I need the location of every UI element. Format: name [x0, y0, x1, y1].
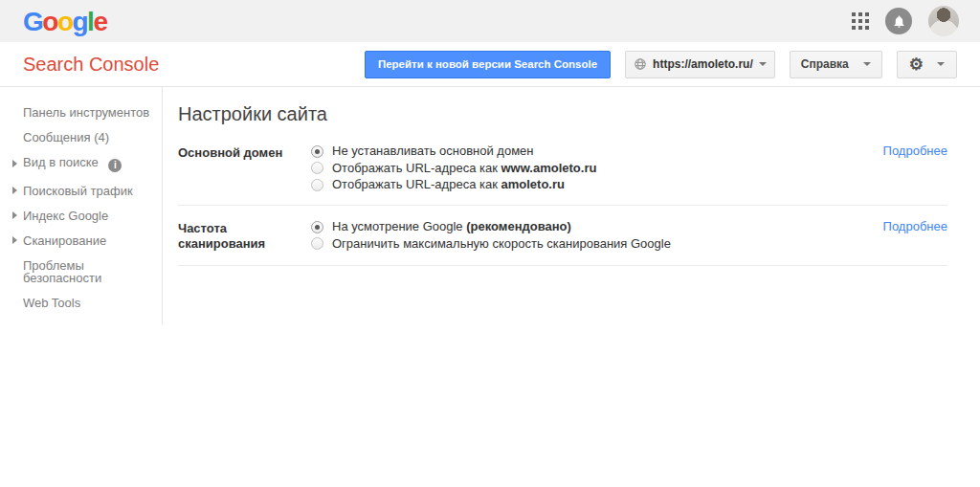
- radio-button[interactable]: [311, 221, 323, 233]
- search-console-header: Search Console Перейти к новой версии Se…: [0, 42, 980, 87]
- expand-arrow-icon: [12, 160, 17, 167]
- apps-grid-icon[interactable]: [852, 12, 869, 30]
- sidebar-item-search-appearance[interactable]: Вид в поиске i: [0, 149, 162, 178]
- radio-option-label: Отображать URL-адреса как amoleto.ru: [332, 178, 565, 191]
- expand-arrow-icon: [12, 236, 17, 244]
- logo-letter: o: [57, 7, 73, 36]
- sidebar-navigation: Панель инструментов Сообщения (4) Вид в …: [0, 87, 163, 324]
- chevron-down-icon: [937, 62, 945, 66]
- sidebar-item-label: Поисковый трафик: [23, 184, 133, 198]
- sidebar-item-label: Индекс Google: [23, 209, 108, 223]
- sidebar-item-crawl[interactable]: Сканирование: [0, 228, 162, 253]
- radio-button[interactable]: [311, 179, 323, 191]
- google-top-bar: Google: [0, 0, 980, 42]
- radio-option-label: На усмотрение Google (рекомендовано): [332, 220, 571, 233]
- site-settings-panel: Настройки сайта Основной домен Не устана…: [163, 87, 980, 266]
- content-area: Панель инструментов Сообщения (4) Вид в …: [0, 87, 980, 324]
- help-button-label: Справка: [801, 57, 849, 71]
- radio-group-preferred-domain: Не устанавливать основной домен Отобража…: [311, 144, 596, 191]
- radio-option: Ограничить максимальную скорость сканиро…: [311, 237, 671, 251]
- logo-letter: o: [42, 7, 57, 36]
- header-actions: Перейти к новой версии Search Console ht…: [365, 51, 957, 78]
- info-icon[interactable]: i: [108, 159, 122, 172]
- radio-option: Отображать URL-адреса как www.amoleto.ru: [311, 162, 596, 175]
- radio-group-crawl-rate: На усмотрение Google (рекомендовано) Огр…: [311, 220, 671, 252]
- logo-letter: g: [73, 7, 88, 36]
- property-selector-value: https://amoleto.ru/: [653, 57, 753, 71]
- sidebar-item-search-traffic[interactable]: Поисковый трафик: [0, 178, 162, 203]
- expand-arrow-icon: [12, 187, 17, 194]
- help-dropdown-button[interactable]: Справка: [790, 51, 882, 78]
- google-logo[interactable]: Google: [23, 7, 106, 35]
- section-label: Основной домен: [178, 144, 311, 191]
- radio-button[interactable]: [311, 145, 323, 158]
- notifications-button[interactable]: [885, 8, 912, 34]
- sidebar-item-label: Сканирование: [23, 233, 106, 248]
- logo-letter: G: [23, 7, 42, 36]
- radio-option: Отображать URL-адреса как amoleto.ru: [311, 178, 596, 191]
- app-title: Search Console: [23, 54, 159, 76]
- sidebar-item-label: Панель инструментов: [23, 105, 149, 120]
- radio-option-label: Не устанавливать основной домен: [332, 144, 534, 158]
- user-avatar[interactable]: [928, 6, 959, 36]
- crawl-rate-section: Частота сканирования На усмотрение Googl…: [178, 206, 947, 266]
- expand-arrow-icon: [12, 211, 17, 219]
- page-title: Настройки сайта: [178, 103, 947, 125]
- section-label: Частота сканирования: [178, 220, 311, 252]
- radio-option: Не устанавливать основной домен: [311, 144, 596, 158]
- new-version-button[interactable]: Перейти к новой версии Search Console: [365, 51, 611, 78]
- radio-button[interactable]: [311, 162, 323, 174]
- sidebar-item-security-issues[interactable]: Проблемы безопасности: [0, 253, 162, 290]
- radio-option: На усмотрение Google (рекомендовано): [311, 220, 671, 233]
- gear-icon: ⚙: [909, 56, 924, 73]
- sidebar-item-label: Web Tools: [23, 296, 80, 310]
- sidebar-item-google-index[interactable]: Индекс Google: [0, 203, 162, 228]
- sidebar-item-messages[interactable]: Сообщения (4): [0, 124, 162, 149]
- topbar-actions: [852, 6, 959, 36]
- chevron-down-icon: [759, 62, 767, 66]
- learn-more-link[interactable]: Подробнее: [883, 144, 947, 158]
- sidebar-item-label: Сообщения (4): [23, 130, 109, 144]
- property-selector[interactable]: https://amoleto.ru/: [625, 51, 775, 78]
- preferred-domain-section: Основной домен Не устанавливать основной…: [178, 142, 947, 206]
- chevron-down-icon: [863, 62, 871, 66]
- radio-option-label: Отображать URL-адреса как www.amoleto.ru: [332, 162, 596, 175]
- bell-icon: [892, 14, 906, 29]
- sidebar-item-label: Вид в поиске: [23, 155, 99, 169]
- settings-dropdown-button[interactable]: ⚙: [897, 51, 957, 78]
- learn-more-link[interactable]: Подробнее: [883, 219, 947, 233]
- sidebar-item-label: Проблемы безопасности: [23, 258, 101, 285]
- radio-button[interactable]: [311, 237, 323, 250]
- radio-option-label: Ограничить максимальную скорость сканиро…: [332, 237, 671, 251]
- sidebar-item-web-tools[interactable]: Web Tools: [0, 290, 162, 315]
- globe-icon: [634, 57, 647, 71]
- sidebar-item-dashboard[interactable]: Панель инструментов: [0, 100, 162, 124]
- logo-letter: e: [93, 7, 106, 36]
